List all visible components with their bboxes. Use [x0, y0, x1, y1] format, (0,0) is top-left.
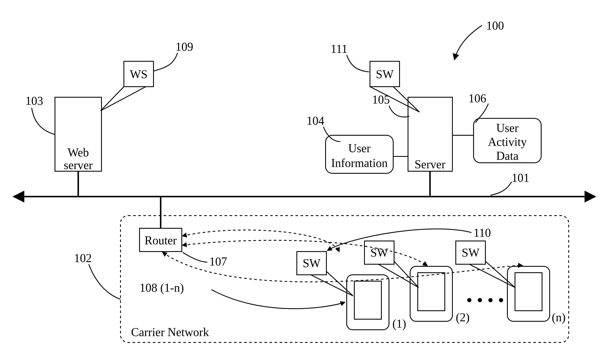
ref-101: 101: [512, 171, 529, 184]
user-info-l2: Information: [331, 156, 388, 169]
svg-line-0: [101, 87, 124, 111]
sw-devn-label: SW: [462, 246, 479, 259]
leader-109: [154, 53, 178, 71]
svg-rect-17: [515, 273, 542, 311]
user-act-l3: Data: [496, 149, 518, 162]
device-2: (2): [410, 266, 469, 324]
device-n-index: (n): [552, 311, 566, 324]
svg-rect-8: [410, 266, 453, 321]
device-1: (1): [347, 275, 406, 330]
leader-111: [347, 55, 369, 72]
web-server-label-1: Web: [67, 146, 89, 159]
svg-point-15: [499, 298, 503, 302]
svg-line-7: [326, 272, 353, 296]
svg-point-14: [488, 298, 492, 302]
ref-106: 106: [468, 92, 486, 105]
leader-102: [89, 264, 120, 299]
user-act-l1: User: [496, 121, 518, 134]
ref-110: 110: [474, 226, 491, 239]
ref-105: 105: [372, 93, 390, 106]
ws-label: WS: [130, 68, 148, 81]
web-server-label-2: server: [64, 158, 93, 172]
svg-rect-4: [347, 275, 389, 330]
svg-point-13: [478, 298, 482, 302]
leader-110: [328, 229, 471, 250]
svg-rect-9: [418, 273, 445, 311]
server-label: Server: [414, 158, 446, 171]
user-act-l2: Activity: [488, 135, 527, 148]
ref-100: 100: [486, 19, 504, 32]
svg-line-1: [101, 87, 146, 111]
ref-102: 102: [74, 252, 92, 265]
svg-line-3: [393, 87, 419, 112]
sw-dev1-label: SW: [303, 257, 321, 270]
device-1-index: (1): [392, 317, 406, 330]
svg-point-12: [467, 298, 471, 302]
leader-108: [211, 290, 345, 309]
leader-100: [454, 25, 482, 59]
ref-111: 111: [331, 42, 348, 55]
router-label: Router: [145, 234, 177, 247]
leader-107: [183, 252, 207, 262]
svg-rect-16: [507, 266, 550, 321]
ref-107: 107: [209, 255, 227, 268]
device-n: (n): [507, 266, 566, 324]
leader-105: [389, 106, 409, 117]
ellipsis-dots: [467, 298, 503, 302]
ref-109: 109: [175, 40, 193, 53]
carrier-label: Carrier Network: [131, 325, 209, 339]
svg-rect-5: [354, 281, 381, 319]
sw-dev2-label: SW: [370, 246, 388, 259]
ref-108: 108 (1-n): [140, 281, 184, 294]
leader-101: [491, 182, 512, 195]
svg-line-11: [394, 261, 419, 287]
leader-103: [32, 108, 55, 134]
ref-104: 104: [307, 114, 324, 127]
ref-103: 103: [25, 94, 43, 107]
user-info-l1: User: [348, 142, 371, 155]
device-2-index: (2): [456, 311, 469, 324]
leader-106: [476, 104, 488, 123]
network-diagram: Web server 103 WS 109 Server 105 SW 111 …: [0, 0, 608, 364]
sw-server-label: SW: [376, 68, 394, 81]
